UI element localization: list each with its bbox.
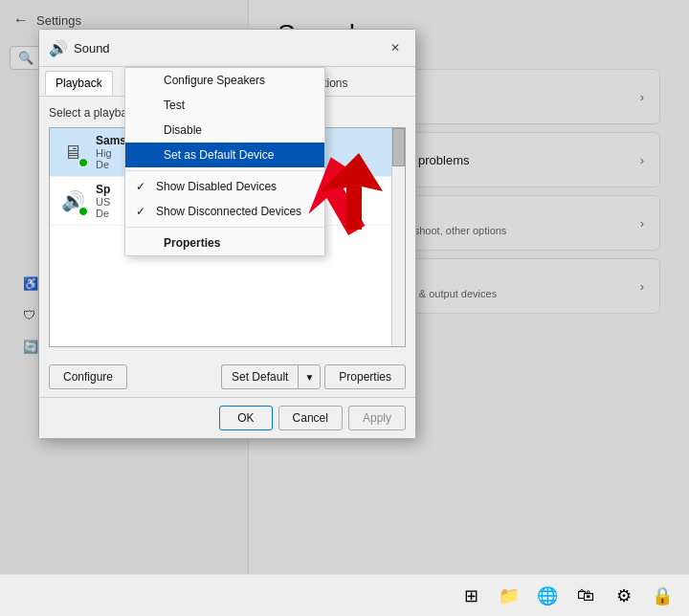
menu-divider-2 <box>125 227 324 228</box>
apply-button[interactable]: Apply <box>348 406 406 430</box>
menu-show-disabled[interactable]: ✓ Show Disabled Devices <box>125 174 324 199</box>
device-speaker-status <box>78 207 88 216</box>
dialog-sound-icon: 🔊 <box>49 39 68 57</box>
taskbar-explorer-icon[interactable]: 📁 <box>492 579 526 613</box>
dialog-button-row: Configure Set Default ▼ Properties <box>39 357 415 397</box>
ok-button[interactable]: OK <box>219 406 272 430</box>
menu-test[interactable]: Test <box>125 93 324 118</box>
menu-label-set-default: Set as Default Device <box>164 148 274 162</box>
dialog-footer: OK Cancel Apply <box>39 397 415 438</box>
menu-check-5: ✓ <box>133 180 148 193</box>
dialog-title-left: 🔊 Sound <box>49 39 110 57</box>
device-icon-speaker: 🔊 <box>57 186 88 216</box>
menu-label-show-disconnected: Show Disconnected Devices <box>156 205 301 218</box>
menu-divider-1 <box>125 170 324 171</box>
device-icon-samsung: 🖥 <box>57 137 88 167</box>
list-scrollbar[interactable] <box>391 128 405 346</box>
menu-configure-speakers[interactable]: Configure Speakers <box>125 68 324 93</box>
menu-label-disable: Disable <box>164 123 202 137</box>
set-default-split: Set Default ▼ <box>221 364 321 389</box>
dialog-close-button[interactable]: ✕ <box>385 37 406 58</box>
menu-label-test: Test <box>164 99 185 112</box>
menu-check-6: ✓ <box>133 205 148 218</box>
taskbar-store-icon[interactable]: 🛍 <box>568 579 603 613</box>
device-status-active <box>78 158 88 167</box>
taskbar: ⊞ 📁 🌐 🛍 ⚙ 🔒 <box>0 574 689 616</box>
menu-set-default[interactable]: Set as Default Device <box>125 143 324 167</box>
taskbar-edge-icon[interactable]: 🌐 <box>530 579 565 613</box>
menu-label-properties: Properties <box>164 236 220 250</box>
taskbar-settings-icon[interactable]: ⚙ <box>607 579 641 613</box>
set-default-dropdown[interactable]: ▼ <box>298 364 321 389</box>
menu-properties[interactable]: Properties <box>125 231 324 255</box>
context-menu: Configure Speakers Test Disable Set as D… <box>124 67 325 256</box>
set-default-button[interactable]: Set Default <box>221 364 298 389</box>
configure-button[interactable]: Configure <box>49 364 127 389</box>
taskbar-windows-icon[interactable]: ⊞ <box>454 579 488 613</box>
dialog-titlebar: 🔊 Sound ✕ <box>39 30 415 67</box>
properties-button[interactable]: Properties <box>324 364 406 389</box>
tab-playback[interactable]: Playback <box>45 71 113 96</box>
dialog-title-text: Sound <box>74 41 110 55</box>
menu-show-disconnected[interactable]: ✓ Show Disconnected Devices <box>125 199 324 224</box>
cancel-button[interactable]: Cancel <box>278 406 343 430</box>
menu-disable[interactable]: Disable <box>125 118 324 143</box>
menu-label-show-disabled: Show Disabled Devices <box>156 180 277 193</box>
scrollbar-thumb <box>392 128 405 166</box>
taskbar-security-icon[interactable]: 🔒 <box>645 579 679 613</box>
menu-label-configure: Configure Speakers <box>164 74 265 87</box>
